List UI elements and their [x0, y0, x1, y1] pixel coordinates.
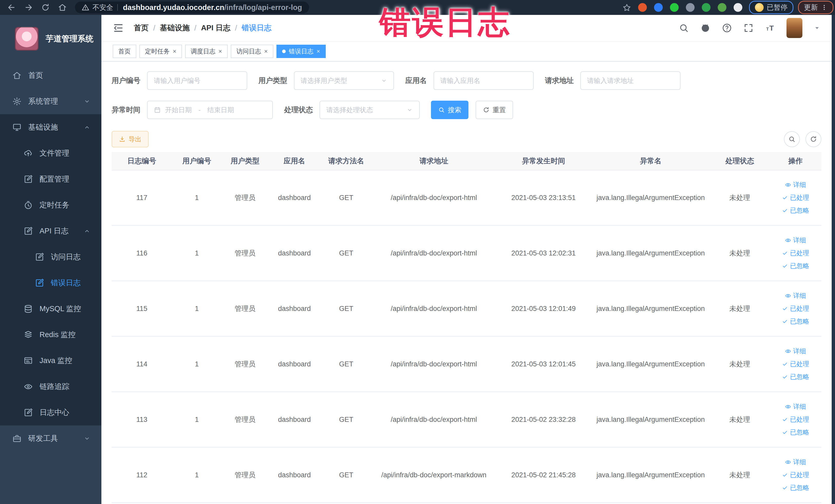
cell-time: 2021-05-02 21:45:28 — [496, 470, 591, 480]
detail-link[interactable]: 详细 — [785, 347, 806, 356]
refresh-table-button[interactable] — [806, 131, 821, 147]
detail-link[interactable]: 详细 — [785, 236, 806, 245]
filter-app-name: 应用名 — [405, 72, 534, 90]
processed-link[interactable]: 已处理 — [782, 471, 809, 479]
check-icon — [782, 195, 788, 201]
sidebar-item-13[interactable]: 日志中心 — [0, 400, 101, 425]
ignored-link[interactable]: 已忽略 — [782, 372, 809, 381]
breadcrumb-item-api-log[interactable]: API 日志 — [201, 23, 230, 33]
app-name-input[interactable] — [433, 72, 534, 90]
help-icon[interactable] — [722, 23, 732, 33]
paused-badge[interactable]: 已暂停 — [749, 1, 793, 14]
home-button[interactable] — [57, 2, 68, 13]
tab-1[interactable]: 定时任务× — [139, 45, 182, 58]
extension-grid-icon[interactable] — [686, 3, 695, 12]
cell-user_id: 1 — [172, 360, 222, 369]
breadcrumb-separator: / — [153, 24, 155, 32]
close-icon[interactable]: × — [264, 48, 268, 55]
hamburger-icon[interactable] — [113, 22, 124, 34]
search-icon[interactable] — [679, 23, 689, 33]
font-size-icon[interactable]: TT — [765, 23, 775, 33]
page-scrollbar[interactable] — [832, 15, 835, 504]
export-button[interactable]: 导出 — [111, 131, 149, 147]
tab-0[interactable]: 首页 — [113, 45, 136, 58]
bookmark-star-icon[interactable] — [622, 3, 631, 12]
check-icon — [782, 263, 788, 269]
reset-button[interactable]: 重置 — [476, 101, 513, 119]
cell-actions: 详细已处理已忽略 — [770, 236, 821, 270]
update-button[interactable]: 更新 — [798, 1, 833, 14]
extension-leaf-icon[interactable] — [718, 3, 727, 12]
filter-label: 用户类型 — [259, 76, 287, 85]
cell-id: 116 — [111, 248, 172, 258]
detail-link[interactable]: 详细 — [785, 402, 806, 411]
cell-status: 未处理 — [710, 360, 770, 369]
search-button[interactable]: 搜索 — [431, 101, 468, 119]
github-icon[interactable] — [700, 23, 711, 33]
sidebar-item-3[interactable]: 文件管理 — [0, 140, 101, 166]
sidebar-item-11[interactable]: Java 监控 — [0, 348, 101, 374]
cell-exception: java.lang.IllegalArgumentException — [591, 193, 710, 202]
processed-link[interactable]: 已处理 — [782, 304, 809, 313]
sidebar-item-10[interactable]: Redis 监控 — [0, 322, 101, 348]
process-status-select[interactable]: 请选择处理状态 — [320, 101, 420, 119]
extension-shield-icon[interactable] — [654, 3, 663, 12]
table-row: 1161管理员dashboardGET/api/infra/db-doc/exp… — [111, 226, 821, 281]
ignored-link[interactable]: 已忽略 — [782, 262, 809, 270]
filter-row-2: 异常时间 开始日期 - 结束日期 处理状态 请选择处理状态 搜索 — [111, 101, 821, 119]
close-icon[interactable]: × — [173, 48, 176, 55]
processed-link[interactable]: 已处理 — [782, 249, 809, 258]
forward-button[interactable] — [23, 2, 34, 13]
extension-orange-icon[interactable] — [638, 3, 647, 12]
fullscreen-icon[interactable] — [744, 23, 754, 33]
sidebar-item-2[interactable]: 基础设施 — [0, 114, 101, 140]
request-url-input[interactable] — [581, 72, 680, 90]
sidebar-item-12[interactable]: 链路追踪 — [0, 374, 101, 400]
sidebar-item-7[interactable]: 访问日志 — [0, 244, 101, 270]
avatar[interactable] — [787, 18, 802, 38]
check-icon — [782, 429, 788, 436]
toggle-search-button[interactable] — [784, 131, 800, 147]
extension-git-icon[interactable] — [702, 3, 711, 12]
ignored-link[interactable]: 已忽略 — [782, 317, 809, 326]
back-button[interactable] — [6, 2, 17, 13]
sidebar-item-8[interactable]: 错误日志 — [0, 270, 101, 296]
ignored-link[interactable]: 已忽略 — [782, 428, 809, 437]
sidebar-item-4[interactable]: 配置管理 — [0, 166, 101, 192]
detail-link[interactable]: 详细 — [785, 181, 806, 189]
breadcrumb-item-home[interactable]: 首页 — [134, 23, 149, 33]
close-icon[interactable]: × — [317, 48, 320, 55]
date-range-picker[interactable]: 开始日期 - 结束日期 — [147, 101, 273, 119]
sidebar-item-6[interactable]: API 日志 — [0, 218, 101, 244]
breadcrumb-item-infra[interactable]: 基础设施 — [160, 23, 190, 33]
processed-link[interactable]: 已处理 — [782, 415, 809, 424]
user-type-select[interactable]: 请选择用户类型 — [294, 72, 394, 90]
sidebar-item-1[interactable]: 系统管理 — [0, 88, 101, 114]
sidebar-item-14[interactable]: 研发工具 — [0, 425, 101, 451]
sidebar-item-5[interactable]: 定时任务 — [0, 192, 101, 218]
reload-button[interactable] — [40, 2, 51, 13]
tab-3[interactable]: 访问日志× — [231, 45, 273, 58]
sidebar-item-9[interactable]: MySQL 监控 — [0, 296, 101, 322]
ignored-link[interactable]: 已忽略 — [782, 483, 809, 492]
cell-time: 2021-05-02 23:32:28 — [496, 415, 591, 424]
sidebar-item-0[interactable]: 首页 — [0, 62, 101, 88]
detail-link[interactable]: 详细 — [785, 291, 806, 300]
cell-app: dashboard — [268, 470, 320, 480]
processed-link[interactable]: 已处理 — [782, 193, 809, 202]
caret-down-icon[interactable] — [814, 25, 820, 31]
tab-2[interactable]: 调度日志× — [185, 45, 228, 58]
app-logo[interactable]: 芋道管理系统 — [0, 15, 101, 62]
processed-link[interactable]: 已处理 — [782, 360, 809, 368]
user-id-input[interactable] — [147, 72, 247, 90]
detail-link[interactable]: 详细 — [785, 458, 806, 466]
close-icon[interactable]: × — [219, 48, 222, 55]
eye-icon — [24, 382, 33, 391]
cell-exception: java.lang.IllegalArgumentException — [591, 248, 710, 258]
svg-text:T: T — [769, 24, 774, 32]
ignored-link[interactable]: 已忽略 — [782, 206, 809, 215]
extension-green-icon[interactable] — [670, 3, 679, 12]
extension-puzzle-icon[interactable] — [734, 3, 742, 12]
tab-4[interactable]: 错误日志× — [277, 45, 326, 58]
address-bar[interactable]: 不安全 dashboard.yudao.iocoder.cn /infra/lo… — [75, 2, 309, 13]
